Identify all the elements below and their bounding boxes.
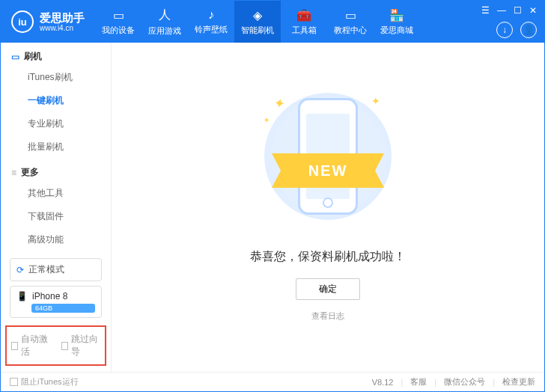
device-name: iPhone 8 — [32, 291, 67, 301]
sidebar-section-label: 更多 — [21, 166, 39, 179]
checkbox-label: 自动激活 — [21, 333, 50, 358]
separator: | — [434, 378, 436, 387]
normal-mode-button[interactable]: ⟳ 正常模式 — [10, 258, 102, 281]
store-icon: 🏪 — [389, 8, 404, 22]
sidebar-item-pro-flash[interactable]: 专业刷机 — [1, 112, 111, 135]
checkbox-icon — [10, 378, 18, 386]
view-log-link[interactable]: 查看日志 — [311, 310, 344, 322]
nav-ringtones[interactable]: ♪ 铃声壁纸 — [188, 1, 234, 43]
nav-label: 我的设备 — [102, 25, 135, 36]
flash-section-icon: ▭ — [11, 52, 19, 62]
nav-smart-flash[interactable]: ◈ 智能刷机 — [234, 1, 281, 43]
separator: | — [401, 378, 403, 387]
phone-icon: 📱 — [16, 291, 28, 301]
nav-apps[interactable]: 人 应用游戏 — [141, 1, 188, 43]
options-highlight: 自动激活 跳过向导 — [5, 325, 106, 366]
checkbox-icon — [61, 342, 68, 350]
user-icon[interactable]: 👤 — [520, 22, 537, 38]
toolbox-icon: 🧰 — [296, 8, 311, 22]
nav-my-device[interactable]: ▭ 我的设备 — [95, 1, 141, 43]
nav-tutorials[interactable]: ▭ 教程中心 — [327, 1, 374, 43]
sidebar-item-batch-flash[interactable]: 批量刷机 — [1, 135, 111, 159]
success-illustration: ✦ ✦ ✦ NEW — [253, 82, 403, 231]
sidebar-item-itunes-flash[interactable]: iTunes刷机 — [1, 66, 111, 89]
nav-label: 应用游戏 — [148, 25, 181, 37]
separator: | — [493, 378, 495, 387]
minimize-icon[interactable]: — — [497, 5, 506, 16]
new-ribbon: NEW — [272, 153, 384, 188]
music-icon: ♪ — [208, 8, 214, 22]
sidebar: ▭ 刷机 iTunes刷机 一键刷机 专业刷机 批量刷机 ≡ 更多 其他工具 下… — [1, 43, 112, 372]
device-row[interactable]: 📱 iPhone 8 64GB — [10, 286, 102, 318]
sidebar-item-advanced[interactable]: 高级功能 — [1, 228, 111, 251]
nav-label: 智能刷机 — [241, 25, 274, 36]
logo-area: iu 爱思助手 www.i4.cn — [1, 10, 95, 33]
app-title: 爱思助手 — [40, 11, 85, 24]
checkbox-icon — [11, 342, 18, 350]
storage-badge: 64GB — [31, 304, 95, 313]
wechat-link[interactable]: 微信公众号 — [444, 376, 485, 388]
apps-icon: 人 — [159, 7, 171, 23]
checkbox-label: 跳过向导 — [71, 333, 100, 358]
refresh-icon: ⟳ — [16, 265, 24, 275]
auto-activate-checkbox[interactable]: 自动激活 — [11, 333, 51, 358]
ok-button[interactable]: 确定 — [296, 278, 360, 300]
flash-icon: ◈ — [253, 8, 262, 22]
menu-icon[interactable]: ☰ — [481, 5, 490, 16]
app-url: www.i4.cn — [40, 24, 85, 33]
book-icon: ▭ — [345, 8, 356, 22]
main-panel: ✦ ✦ ✦ NEW 恭喜您，保资料刷机成功啦！ 确定 查看日志 — [112, 43, 544, 372]
mode-label: 正常模式 — [28, 263, 64, 276]
nav-label: 爱思商城 — [380, 25, 413, 36]
block-itunes-checkbox[interactable]: 阻止iTunes运行 — [10, 376, 79, 388]
version-label: V8.12 — [372, 378, 394, 387]
close-icon[interactable]: ✕ — [529, 5, 537, 16]
sidebar-item-download-firmware[interactable]: 下载固件 — [1, 205, 111, 228]
check-update-link[interactable]: 检查更新 — [502, 376, 535, 388]
sidebar-item-other-tools[interactable]: 其他工具 — [1, 182, 111, 205]
sparkle-icon: ✦ — [371, 95, 380, 107]
nav-toolbox[interactable]: 🧰 工具箱 — [281, 1, 327, 43]
sparkle-icon: ✦ — [264, 116, 270, 124]
support-link[interactable]: 客服 — [410, 376, 427, 388]
device-icon: ▭ — [113, 8, 124, 22]
sidebar-section-flash: ▭ 刷机 — [1, 43, 111, 66]
success-message: 恭喜您，保资料刷机成功啦！ — [250, 249, 406, 265]
logo-icon: iu — [11, 10, 34, 33]
nav-label: 铃声壁纸 — [195, 24, 228, 35]
checkbox-label: 阻止iTunes运行 — [21, 376, 79, 388]
maximize-icon[interactable]: ☐ — [514, 5, 522, 16]
sidebar-section-label: 刷机 — [24, 50, 42, 63]
header-bar: iu 爱思助手 www.i4.cn ▭ 我的设备 人 应用游戏 ♪ 铃声壁纸 ◈… — [1, 1, 544, 43]
top-nav: ▭ 我的设备 人 应用游戏 ♪ 铃声壁纸 ◈ 智能刷机 🧰 工具箱 ▭ 教程中心 — [95, 1, 420, 43]
nav-label: 工具箱 — [292, 25, 317, 36]
sidebar-item-oneclick-flash[interactable]: 一键刷机 — [1, 89, 111, 112]
nav-label: 教程中心 — [334, 25, 367, 36]
download-icon[interactable]: ↓ — [496, 22, 513, 38]
skip-guide-checkbox[interactable]: 跳过向导 — [61, 333, 101, 358]
status-bar: 阻止iTunes运行 V8.12 | 客服 | 微信公众号 | 检查更新 — [1, 372, 544, 391]
sidebar-section-more: ≡ 更多 — [1, 159, 111, 182]
nav-store[interactable]: 🏪 爱思商城 — [374, 1, 420, 43]
more-section-icon: ≡ — [11, 168, 16, 178]
